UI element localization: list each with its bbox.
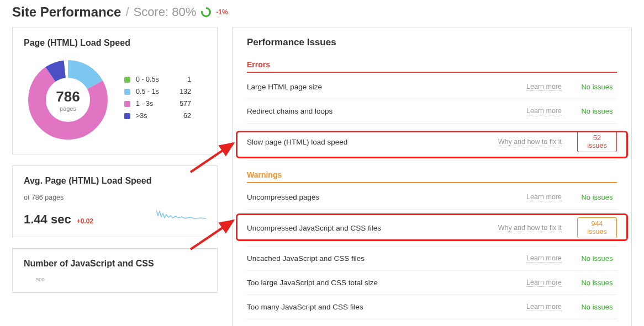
issue-row[interactable]: Large HTML page size Learn more No issue…	[247, 75, 617, 99]
score-ring-icon	[200, 7, 212, 18]
legend-value: 132	[172, 88, 191, 95]
issue-row[interactable]: Uncompressed pages Learn more No issues	[247, 185, 617, 210]
score-delta: -1%	[216, 8, 228, 16]
learn-more-link[interactable]: Learn more	[526, 83, 562, 91]
issue-row[interactable]: Redirect chains and loops Learn more No …	[247, 99, 617, 124]
issue-name: Redirect chains and loops	[247, 107, 332, 115]
errors-section-heading: Errors	[247, 60, 617, 73]
issue-name: Uncached JavaScript and CSS files	[247, 254, 365, 263]
issue-count-badge[interactable]: 52 issues	[577, 131, 617, 152]
no-issues-label: No issues	[577, 279, 617, 287]
js-css-title: Number of JavaScript and CSS	[24, 259, 206, 269]
legend-label: >3s	[136, 112, 166, 120]
warnings-section-heading: Warnings	[247, 170, 617, 183]
js-css-count-card: Number of JavaScript and CSS 500	[12, 248, 218, 293]
load-speed-legend: 0 - 0.5s1 0.5 - 1s132 1 - 3s577 >3s62	[124, 76, 191, 124]
learn-more-link[interactable]: Learn more	[526, 303, 562, 311]
issue-row[interactable]: Slow page (HTML) load speed Why and how …	[247, 124, 617, 161]
avg-load-title: Avg. Page (HTML) Load Speed	[24, 176, 206, 186]
title-separator: /	[125, 5, 129, 19]
issue-name: Large HTML page size	[247, 83, 322, 91]
issue-row[interactable]: Uncached JavaScript and CSS files Learn …	[247, 247, 617, 271]
page-title: Site Performance	[12, 4, 121, 20]
donut-center-value: 786	[56, 88, 80, 105]
legend-value: 62	[172, 112, 191, 120]
legend-swatch	[124, 101, 130, 107]
svg-point-0	[202, 8, 210, 17]
avg-load-speed-card: Avg. Page (HTML) Load Speed of 786 pages…	[12, 165, 218, 237]
avg-load-delta: +0.02	[77, 217, 93, 225]
no-issues-label: No issues	[577, 83, 617, 91]
load-speed-donut-chart[interactable]: 786 pages	[24, 56, 112, 144]
learn-more-link[interactable]: Learn more	[526, 193, 562, 201]
learn-more-link[interactable]: Learn more	[526, 254, 562, 263]
no-issues-label: No issues	[577, 303, 617, 311]
legend-swatch	[124, 77, 130, 83]
avg-load-sparkline	[156, 206, 206, 223]
legend-label: 0 - 0.5s	[136, 76, 166, 83]
performance-issues-panel: Performance Issues Errors Large HTML pag…	[232, 28, 632, 326]
issue-row[interactable]: Uncompressed JavaScript and CSS files Wh…	[247, 210, 617, 247]
no-issues-label: No issues	[577, 107, 617, 115]
no-issues-label: No issues	[577, 254, 617, 263]
load-speed-title: Page (HTML) Load Speed	[24, 38, 206, 48]
legend-label: 1 - 3s	[136, 100, 166, 108]
score-label: Score: 80%	[134, 5, 197, 19]
legend-swatch	[124, 113, 130, 119]
learn-more-link[interactable]: Learn more	[526, 279, 562, 287]
legend-label: 0.5 - 1s	[136, 88, 166, 95]
issue-count-badge[interactable]: 944 issues	[577, 217, 617, 238]
issue-name: Too large JavaScript and CSS total size	[247, 279, 378, 287]
why-fix-link[interactable]: Why and how to fix it	[498, 224, 562, 232]
issue-row[interactable]: Too many JavaScript and CSS files Learn …	[247, 295, 617, 319]
learn-more-link[interactable]: Learn more	[526, 107, 562, 115]
page-header: Site Performance / Score: 80% -1%	[12, 4, 632, 20]
why-fix-link[interactable]: Why and how to fix it	[498, 138, 562, 146]
avg-load-value: 1.44 sec	[24, 212, 71, 227]
issue-name: Uncompressed pages	[247, 193, 319, 201]
legend-value: 1	[172, 76, 191, 83]
axis-tick: 500	[36, 276, 206, 282]
avg-load-subtitle: of 786 pages	[24, 194, 206, 201]
no-issues-label: No issues	[577, 193, 617, 201]
issue-name: Too many JavaScript and CSS files	[247, 303, 363, 311]
issue-row[interactable]: Too large JavaScript and CSS total size …	[247, 271, 617, 295]
load-speed-card: Page (HTML) Load Speed 786 pages	[12, 28, 218, 154]
donut-center-label: pages	[56, 105, 80, 112]
issue-name: Uncompressed JavaScript and CSS files	[247, 224, 381, 232]
legend-swatch	[124, 89, 130, 95]
issues-panel-title: Performance Issues	[247, 37, 617, 48]
legend-value: 577	[172, 100, 191, 108]
issue-name: Slow page (HTML) load speed	[247, 138, 347, 146]
